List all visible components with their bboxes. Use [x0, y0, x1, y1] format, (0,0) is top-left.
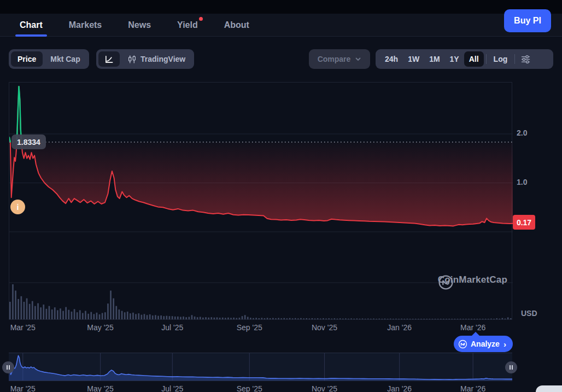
- coinmarketcap-chart-page: Chart Markets News Yield About Buy PI Pr…: [0, 0, 562, 392]
- log-scale-button[interactable]: Log: [489, 51, 513, 67]
- x-axis-label: Jan '26: [387, 323, 412, 332]
- metric-mktcap-button[interactable]: Mkt Cap: [44, 51, 86, 67]
- range-all-button[interactable]: All: [464, 51, 484, 67]
- x-axis-label: Jul '25: [161, 323, 183, 332]
- range-1m-button[interactable]: 1M: [424, 51, 444, 67]
- buy-pi-button[interactable]: Buy PI: [504, 9, 551, 32]
- x-axis-label: May '25: [87, 323, 114, 332]
- range-24h-button[interactable]: 24h: [380, 51, 403, 67]
- navigator-x-axis-label: Jul '25: [161, 384, 183, 392]
- range-1y-button[interactable]: 1Y: [445, 51, 464, 67]
- line-chart-type-button[interactable]: [98, 51, 120, 67]
- candlestick-icon: [127, 55, 137, 64]
- section-tabs-header: Chart Markets News Yield About: [0, 14, 562, 37]
- navigator-x-axis-label: Mar '26: [460, 384, 485, 392]
- analyze-label: Analyze: [471, 340, 500, 348]
- tab-markets-label: Markets: [69, 20, 102, 30]
- navigator-x-axis-labels: Mar '25May '25Jul '25Sep '25Nov '25Jan '…: [9, 384, 512, 392]
- metric-mktcap-label: Mkt Cap: [50, 55, 80, 63]
- tab-news-label: News: [128, 20, 151, 30]
- log-label: Log: [494, 55, 508, 63]
- chevron-right-icon: ›: [504, 340, 506, 349]
- currency-unit-label: USD: [521, 309, 537, 318]
- line-chart-icon: [104, 55, 114, 64]
- x-axis-label: Sep '25: [237, 323, 262, 332]
- divider: [486, 54, 487, 64]
- range-all-label: All: [469, 55, 479, 63]
- navigator-right-handle[interactable]: [505, 361, 517, 373]
- tab-markets[interactable]: Markets: [69, 14, 102, 37]
- analyze-button[interactable]: Analyze ›: [454, 336, 513, 352]
- tab-news[interactable]: News: [128, 14, 151, 37]
- tab-about[interactable]: About: [224, 14, 249, 37]
- tab-chart[interactable]: Chart: [20, 14, 43, 37]
- navigator-x-axis-label: Mar '25: [10, 384, 36, 392]
- chevron-down-icon: [355, 56, 361, 62]
- range-1m-label: 1M: [429, 55, 440, 63]
- chart-type-toggle: TradingView: [96, 49, 194, 69]
- navigator-x-axis-label: May '25: [87, 384, 114, 392]
- reference-price-label: 1.8334: [11, 134, 46, 149]
- top-strip: [0, 0, 562, 14]
- metric-price-button[interactable]: Price: [11, 51, 43, 67]
- divider: [514, 54, 515, 64]
- navigator-x-axis-label: Jan '26: [387, 384, 412, 392]
- x-axis-label: Mar '25: [10, 323, 36, 332]
- tab-yield-label: Yield: [177, 20, 198, 30]
- tab-chart-label: Chart: [20, 20, 43, 30]
- navigator-x-axis-label: Sep '25: [237, 384, 262, 392]
- range-1w-label: 1W: [408, 55, 419, 63]
- tradingview-candles-button[interactable]: TradingView: [121, 51, 192, 67]
- tab-about-label: About: [224, 20, 249, 30]
- coinmarketcap-logo-icon: [458, 340, 467, 349]
- range-24h-label: 24h: [385, 55, 398, 63]
- info-icon[interactable]: i: [10, 200, 25, 214]
- time-range-bar: 24h 1W 1M 1Y All Log: [376, 49, 553, 69]
- compare-label: Compare: [318, 55, 351, 63]
- tab-yield[interactable]: Yield: [177, 14, 198, 37]
- y-tick-1: 1.0: [517, 178, 527, 186]
- y-tick-2: 2.0: [517, 128, 527, 137]
- metric-price-label: Price: [17, 55, 36, 63]
- navigator-left-handle[interactable]: [2, 361, 14, 373]
- tab-bar: Chart Markets News Yield About: [20, 14, 249, 37]
- coinmarketcap-watermark: CoinMarketCap: [438, 274, 507, 285]
- range-navigator[interactable]: [9, 353, 512, 381]
- compare-button[interactable]: Compare: [309, 49, 370, 69]
- navigator-chart-svg: [9, 353, 512, 381]
- chart-settings-button[interactable]: [517, 51, 534, 67]
- metric-toggle: Price Mkt Cap: [9, 49, 89, 69]
- tradingview-label: TradingView: [140, 55, 185, 63]
- coinmarketcap-logo-icon: [438, 274, 454, 290]
- notification-dot-icon: [199, 17, 203, 21]
- sliders-icon: [520, 54, 531, 65]
- price-chart-panel[interactable]: 1.8334 i CoinMarketCap: [9, 82, 512, 320]
- range-1w-button[interactable]: 1W: [403, 51, 424, 67]
- last-price-badge: 0.17: [513, 215, 535, 230]
- x-axis-labels: Mar '25May '25Jul '25Sep '25Nov '25Jan '…: [9, 323, 512, 332]
- x-axis-label: Nov '25: [312, 323, 337, 332]
- range-1y-label: 1Y: [450, 55, 459, 63]
- x-axis-label: Mar '26: [460, 323, 485, 332]
- corner-widget-fragment: [536, 385, 562, 392]
- navigator-x-axis-label: Nov '25: [312, 384, 337, 392]
